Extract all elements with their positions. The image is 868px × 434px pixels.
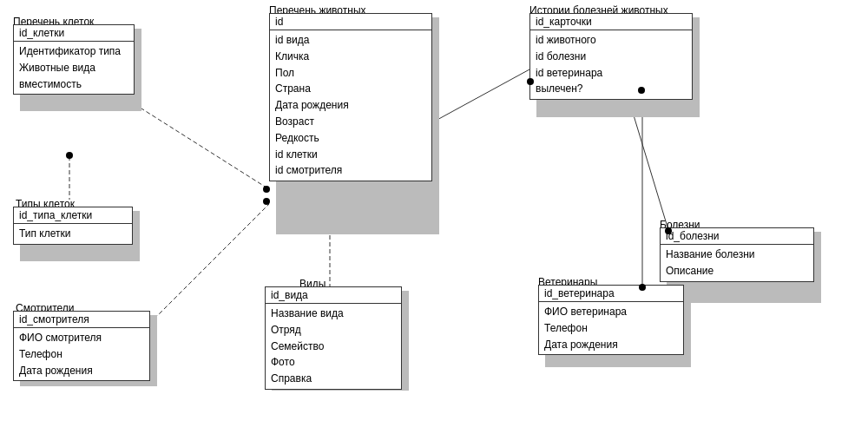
field-vidy-0: Название вида — [271, 306, 396, 322]
pk-bolezni: id_болезни — [661, 228, 813, 245]
field-zhivotnyh-8: id смотрителя — [275, 162, 426, 179]
entity-tipy-kletok: id_типа_клетки Тип клетки — [13, 207, 133, 245]
dot-kletok — [66, 152, 73, 159]
field-smotritely-2: Дата рождения — [19, 363, 144, 379]
pk-istorii: id_карточки — [530, 14, 692, 30]
er-diagram: Перечень клеток id_клетки Идентификатор … — [0, 0, 868, 434]
pk-veterinary: id_ветеринара — [539, 286, 683, 302]
pk-perechen-zhivotnyh: id — [270, 14, 431, 30]
body-bolezni: Название болезни Описание — [661, 245, 813, 281]
entity-smotritely: id_смотрителя ФИО смотрителя Телефон Дат… — [13, 311, 150, 381]
entity-veterinary: id_ветеринара ФИО ветеринара Телефон Дат… — [538, 285, 684, 355]
field-zhivotnyh-4: Дата рождения — [275, 97, 426, 114]
field-smotritely-1: Телефон — [19, 346, 144, 363]
pk-tipy-kletok: id_типа_клетки — [14, 207, 132, 224]
field-vidy-1: Отряд — [271, 322, 396, 339]
field-vidy-2: Семейство — [271, 339, 396, 355]
field-bolezni-0: Название болезни — [666, 247, 808, 263]
dot-bolezni — [665, 227, 672, 234]
body-istorii: id животного id болезни id ветеринара вы… — [530, 30, 692, 99]
field-zhivotnyh-0: id вида — [275, 32, 426, 49]
pk-perechen-kletok: id_клетки — [14, 25, 134, 42]
body-veterinary: ФИО ветеринара Телефон Дата рождения — [539, 302, 683, 354]
field-istorii-2: id ветеринара — [536, 65, 687, 82]
field-tipy-kletok-0: Тип клетки — [19, 226, 127, 242]
entity-perechen-zhivotnyh: id id вида Кличка Пол Страна Дата рожден… — [269, 13, 432, 181]
field-perechen-kletok-1: Животные вида — [19, 60, 128, 76]
field-bolezni-1: Описание — [666, 263, 808, 279]
field-istorii-3: вылечен? — [536, 81, 687, 97]
entity-istorii: id_карточки id животного id болезни id в… — [529, 13, 693, 100]
field-istorii-0: id животного — [536, 32, 687, 49]
field-veterinary-1: Телефон — [544, 320, 678, 337]
field-zhivotnyh-3: Страна — [275, 81, 426, 97]
field-veterinary-0: ФИО ветеринара — [544, 304, 678, 320]
field-veterinary-2: Дата рождения — [544, 337, 678, 353]
entity-vidy: id_вида Название вида Отряд Семейство Фо… — [265, 286, 402, 390]
body-tipy-kletok: Тип клетки — [14, 224, 132, 244]
body-smotritely: ФИО смотрителя Телефон Дата рождения — [14, 328, 149, 380]
svg-line-0 — [135, 104, 269, 189]
field-zhivotnyh-6: Редкость — [275, 130, 426, 147]
field-vidy-4: Справка — [271, 371, 396, 387]
field-smotritely-0: ФИО смотрителя — [19, 330, 144, 346]
field-zhivotnyh-1: Кличка — [275, 49, 426, 65]
field-perechen-kletok-2: вместимость — [19, 76, 128, 93]
field-zhivotnyh-5: Возраст — [275, 114, 426, 130]
dot-veterinary — [639, 284, 646, 291]
dot-bolezni-istorii — [638, 87, 645, 94]
dot-kletki — [263, 186, 270, 193]
entity-bolezni: id_болезни Название болезни Описание — [660, 227, 814, 282]
dot-smotritelya — [263, 198, 270, 205]
field-zhivotnyh-7: id клетки — [275, 147, 426, 163]
pk-smotritely: id_смотрителя — [14, 312, 149, 328]
pk-vidy: id_вида — [266, 287, 401, 304]
dot-zhivotnogo — [527, 78, 534, 85]
field-perechen-kletok-0: Идентификатор типа — [19, 43, 128, 60]
field-vidy-3: Фото — [271, 354, 396, 371]
svg-line-4 — [434, 69, 529, 122]
field-zhivotnyh-2: Пол — [275, 65, 426, 82]
entity-perechen-kletok: id_клетки Идентификатор типа Животные ви… — [13, 24, 135, 95]
body-perechen-zhivotnyh: id вида Кличка Пол Страна Дата рождения … — [270, 30, 431, 181]
field-istorii-1: id болезни — [536, 49, 687, 65]
body-perechen-kletok: Идентификатор типа Животные вида вместим… — [14, 42, 134, 94]
body-vidy: Название вида Отряд Семейство Фото Справ… — [266, 304, 401, 389]
